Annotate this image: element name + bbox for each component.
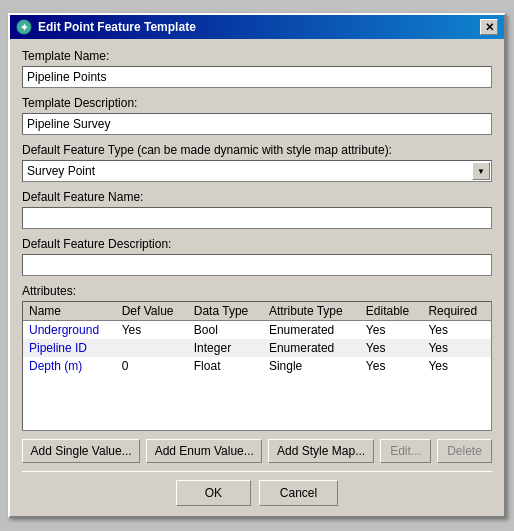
attributes-table-container[interactable]: Name Def Value Data Type Attribute Type … [22,301,492,431]
table-cell-2-0: Depth (m) [23,357,116,375]
table-cell-2-3: Single [263,357,360,375]
col-header-data-type: Data Type [188,302,263,321]
col-header-editable: Editable [360,302,423,321]
col-header-def-value: Def Value [116,302,188,321]
app-icon: ✦ [16,19,32,35]
add-style-map-button[interactable]: Add Style Map... [268,439,374,463]
table-cell-1-1 [116,339,188,357]
add-enum-value-button[interactable]: Add Enum Value... [146,439,262,463]
table-cell-0-1: Yes [116,321,188,340]
dialog-title: Edit Point Feature Template [38,20,196,34]
title-bar-left: ✦ Edit Point Feature Template [16,19,196,35]
default-feature-name-label: Default Feature Name: [22,190,492,204]
table-row[interactable]: Depth (m)0FloatSingleYesYes [23,357,491,375]
table-cell-0-0: Underground [23,321,116,340]
table-cell-1-0: Pipeline ID [23,339,116,357]
table-cell-2-4: Yes [360,357,423,375]
table-header-row: Name Def Value Data Type Attribute Type … [23,302,491,321]
default-feature-description-label: Default Feature Description: [22,237,492,251]
table-cell-0-5: Yes [422,321,491,340]
table-cell-1-3: Enumerated [263,339,360,357]
cancel-button[interactable]: Cancel [259,480,338,506]
default-feature-type-label: Default Feature Type (can be made dynami… [22,143,492,157]
template-description-label: Template Description: [22,96,492,110]
template-name-label: Template Name: [22,49,492,63]
table-cell-1-5: Yes [422,339,491,357]
col-header-name: Name [23,302,116,321]
template-name-input[interactable] [22,66,492,88]
table-cell-1-2: Integer [188,339,263,357]
template-description-input[interactable] [22,113,492,135]
add-single-value-button[interactable]: Add Single Value... [22,439,140,463]
bottom-buttons-row: OK Cancel [22,480,492,506]
default-feature-type-wrapper: Survey Point ▼ [22,160,492,182]
table-row[interactable]: Pipeline IDIntegerEnumeratedYesYes [23,339,491,357]
ok-button[interactable]: OK [176,480,251,506]
dialog-content: Template Name: Template Description: Def… [10,39,504,516]
table-cell-1-4: Yes [360,339,423,357]
divider [22,471,492,472]
svg-text:✦: ✦ [20,22,29,33]
table-cell-0-4: Yes [360,321,423,340]
attributes-label: Attributes: [22,284,492,298]
action-buttons-row: Add Single Value... Add Enum Value... Ad… [22,439,492,463]
col-header-required: Required [422,302,491,321]
close-button[interactable]: ✕ [480,19,498,35]
table-cell-2-5: Yes [422,357,491,375]
edit-dialog: ✦ Edit Point Feature Template ✕ Template… [8,13,506,518]
default-feature-name-input[interactable] [22,207,492,229]
col-header-attribute-type: Attribute Type [263,302,360,321]
default-feature-description-input[interactable] [22,254,492,276]
table-cell-0-3: Enumerated [263,321,360,340]
edit-button[interactable]: Edit... [380,439,431,463]
default-feature-type-select[interactable]: Survey Point [22,160,492,182]
title-bar: ✦ Edit Point Feature Template ✕ [10,15,504,39]
table-cell-2-2: Float [188,357,263,375]
table-row[interactable]: UndergroundYesBoolEnumeratedYesYes [23,321,491,340]
table-cell-2-1: 0 [116,357,188,375]
attributes-table: Name Def Value Data Type Attribute Type … [23,302,491,375]
table-cell-0-2: Bool [188,321,263,340]
delete-button[interactable]: Delete [437,439,492,463]
